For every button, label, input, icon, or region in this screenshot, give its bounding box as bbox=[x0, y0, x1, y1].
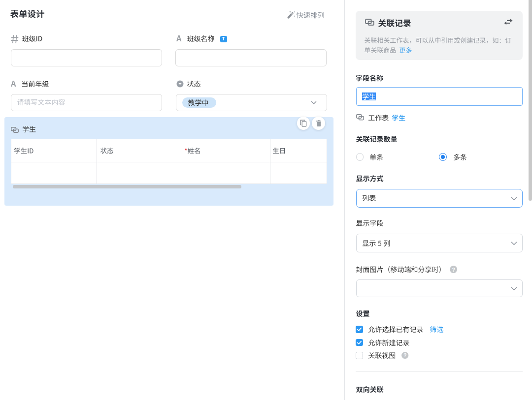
svg-text:?: ? bbox=[452, 266, 455, 272]
svg-text:?: ? bbox=[403, 352, 406, 358]
